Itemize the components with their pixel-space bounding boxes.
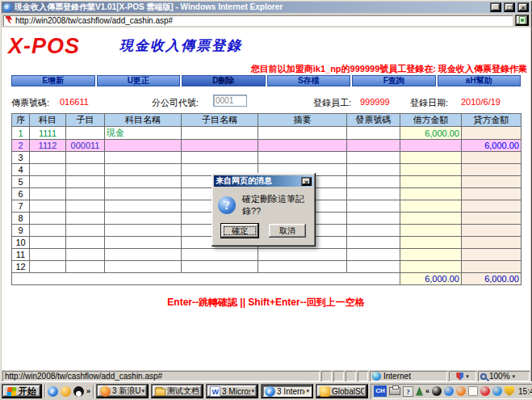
notepad-icon[interactable] xyxy=(468,386,478,396)
grid-cell[interactable] xyxy=(66,164,105,176)
grid-cell[interactable]: 5 xyxy=(12,176,30,188)
grid-cell[interactable] xyxy=(400,176,462,188)
grid-row-12[interactable]: 12 xyxy=(12,261,522,273)
grid-cell[interactable] xyxy=(30,164,66,176)
grid-cell[interactable]: 1 xyxy=(12,127,30,140)
grid-cell[interactable] xyxy=(400,237,462,249)
close-button[interactable] xyxy=(517,2,529,12)
grid-cell[interactable] xyxy=(182,140,258,152)
printer-icon[interactable] xyxy=(389,387,400,395)
grid-cell[interactable] xyxy=(66,213,105,225)
grid-cell[interactable]: 6,000.00 xyxy=(400,127,462,140)
cancel-button[interactable]: 取消 xyxy=(269,224,306,238)
grid-cell[interactable] xyxy=(30,213,66,225)
branch-code-input[interactable] xyxy=(213,95,247,107)
grid-cell[interactable] xyxy=(105,225,182,237)
grid-cell[interactable] xyxy=(66,237,105,249)
grid-cell[interactable] xyxy=(66,152,105,164)
grid-cell[interactable] xyxy=(400,140,462,152)
grid-cell[interactable] xyxy=(258,127,347,140)
grid-cell[interactable] xyxy=(462,213,522,225)
grid-cell[interactable] xyxy=(105,213,182,225)
grid-cell[interactable] xyxy=(30,200,66,213)
toolbar-button-update[interactable]: U更正 xyxy=(97,75,181,86)
grid-cell[interactable] xyxy=(105,140,182,152)
blue-messenger-icon[interactable] xyxy=(444,386,454,396)
grid-cell[interactable] xyxy=(182,261,258,273)
ie-icon[interactable] xyxy=(48,386,58,397)
volume-icon[interactable] xyxy=(416,387,423,396)
grid-cell[interactable] xyxy=(30,237,66,249)
toolbar-button-add[interactable]: E增新 xyxy=(11,75,95,86)
grid-row-11[interactable]: 11 xyxy=(12,249,522,261)
task-button-ie[interactable]: 3 Interne...▾ xyxy=(261,384,313,398)
grid-cell[interactable] xyxy=(347,176,400,188)
task-button-word[interactable]: 3 Microso...▾ xyxy=(206,384,258,398)
grid-cell[interactable]: 現金 xyxy=(105,127,182,140)
grid-cell[interactable] xyxy=(347,225,400,237)
grid-cell[interactable] xyxy=(347,188,400,200)
start-button[interactable]: 开始 xyxy=(2,384,42,398)
grid-cell[interactable] xyxy=(400,188,462,200)
grid-cell[interactable] xyxy=(66,200,105,213)
grid-cell[interactable]: 9 xyxy=(12,225,30,237)
grid-cell[interactable] xyxy=(105,261,182,273)
page-action-button[interactable] xyxy=(515,15,529,26)
grid-cell[interactable] xyxy=(182,152,258,164)
grid-cell[interactable] xyxy=(30,188,66,200)
grid-cell[interactable] xyxy=(105,200,182,213)
task-button-sina-uc[interactable]: 3 新浪UC▾ xyxy=(96,384,149,398)
qq-penguin-icon[interactable] xyxy=(432,386,442,396)
qq-red-icon[interactable] xyxy=(480,386,490,396)
grid-cell[interactable]: 8 xyxy=(12,213,30,225)
grid-cell[interactable] xyxy=(66,225,105,237)
grid-cell[interactable] xyxy=(66,261,105,273)
grid-cell[interactable] xyxy=(347,261,400,273)
grid-cell[interactable]: 1112 xyxy=(30,140,66,152)
grid-cell[interactable] xyxy=(462,200,522,213)
grid-cell[interactable] xyxy=(182,249,258,261)
language-indicator[interactable]: CH xyxy=(374,385,387,397)
grid-cell[interactable] xyxy=(30,225,66,237)
qq-icon[interactable] xyxy=(73,386,84,397)
grid-cell[interactable]: 6 xyxy=(12,188,30,200)
grid-cell[interactable] xyxy=(462,176,522,188)
grid-cell[interactable] xyxy=(400,261,462,273)
dialog-close-icon[interactable] xyxy=(301,177,312,186)
grid-cell[interactable] xyxy=(30,152,66,164)
grid-cell[interactable] xyxy=(462,261,522,273)
grid-cell[interactable]: 12 xyxy=(12,261,30,273)
grid-cell[interactable] xyxy=(105,237,182,249)
toolbar-button-delete[interactable]: D刪除 xyxy=(182,75,266,86)
grid-cell[interactable] xyxy=(258,249,347,261)
ok-button[interactable]: 確定 xyxy=(221,224,258,238)
grid-cell[interactable] xyxy=(258,261,347,273)
grid-cell[interactable]: 4 xyxy=(12,164,30,176)
grid-row-3[interactable]: 3 xyxy=(12,152,522,164)
grid-cell[interactable] xyxy=(400,164,462,176)
grid-cell[interactable] xyxy=(105,164,182,176)
toolbar-button-save[interactable]: S存檔 xyxy=(267,75,351,86)
grid-cell[interactable] xyxy=(258,140,347,152)
grid-cell[interactable] xyxy=(105,188,182,200)
grid-cell[interactable] xyxy=(30,176,66,188)
address-input[interactable]: http://win2008/tw/cashflow/add_cashin.as… xyxy=(3,15,513,26)
grid-cell[interactable] xyxy=(66,176,105,188)
grid-cell[interactable] xyxy=(30,249,66,261)
grid-cell[interactable] xyxy=(400,200,462,213)
grid-cell[interactable] xyxy=(400,249,462,261)
protected-mode-panel[interactable]: ▾ xyxy=(449,371,476,381)
grid-cell[interactable] xyxy=(462,188,522,200)
grid-row-1[interactable]: 11111現金6,000.00 xyxy=(12,127,522,140)
security-shield-icon[interactable] xyxy=(505,386,514,396)
grid-cell[interactable] xyxy=(258,152,347,164)
grid-cell[interactable] xyxy=(462,249,522,261)
maximize-button[interactable] xyxy=(504,2,515,12)
chevron-left-icon[interactable]: « xyxy=(425,387,429,395)
zoom-control[interactable]: 100% ▾ xyxy=(478,371,530,381)
grid-cell[interactable]: 10 xyxy=(12,237,30,249)
grid-cell[interactable] xyxy=(66,127,105,140)
grid-cell[interactable] xyxy=(347,140,400,152)
grid-cell[interactable] xyxy=(462,237,522,249)
grid-cell[interactable]: 11 xyxy=(12,249,30,261)
